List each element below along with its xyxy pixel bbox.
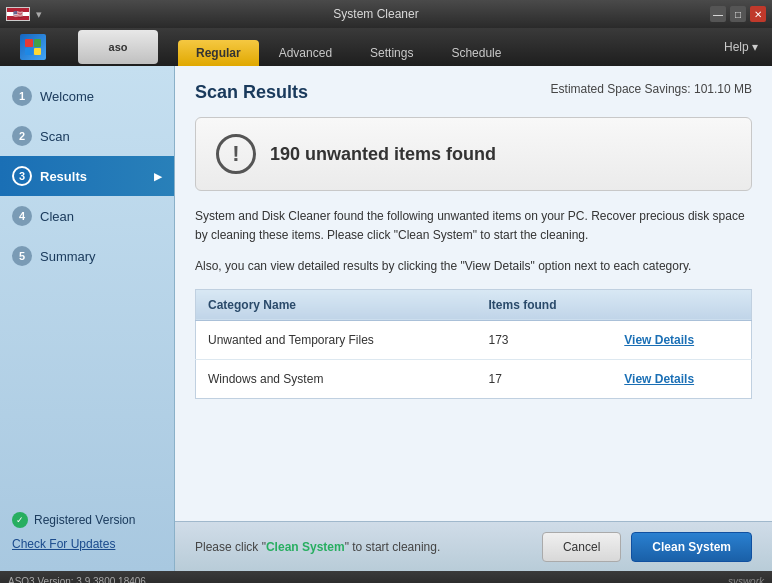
- clean-system-button[interactable]: Clean System: [631, 532, 752, 562]
- bottom-bar: Please click "Clean System" to start cle…: [175, 521, 772, 571]
- nav-tabs: Regular Advanced Settings Schedule: [168, 28, 529, 66]
- status-bar: ASO3 Version: 3.9.3800.18406 syswork: [0, 571, 772, 583]
- cancel-button[interactable]: Cancel: [542, 532, 621, 562]
- step-2-circle: 2: [12, 126, 32, 146]
- col-category: Category Name: [196, 289, 477, 320]
- space-savings-text: Estimated Space Savings: 101.10 MB: [551, 82, 752, 96]
- table-row: Windows and System 17 View Details: [196, 359, 752, 398]
- sidebar-welcome-label: Welcome: [40, 89, 94, 104]
- maximize-button[interactable]: □: [730, 6, 746, 22]
- menu-bar: aso Regular Advanced Settings Schedule H…: [0, 28, 772, 66]
- sidebar-scan-label: Scan: [40, 129, 70, 144]
- logo-icon: [20, 30, 78, 64]
- registered-label: Registered Version: [34, 513, 135, 527]
- items-count-2: 17: [476, 359, 612, 398]
- tab-regular[interactable]: Regular: [178, 40, 259, 66]
- view-details-link-2[interactable]: View Details: [624, 372, 694, 386]
- msg-suffix: " to start cleaning.: [345, 540, 441, 554]
- sidebar-arrow-icon: ▶: [154, 171, 162, 182]
- tab-advanced[interactable]: Advanced: [261, 40, 350, 66]
- language-flag-icon[interactable]: 🇺🇸: [6, 7, 30, 21]
- help-label: Help ▾: [724, 40, 758, 54]
- tab-settings[interactable]: Settings: [352, 40, 431, 66]
- bottom-buttons: Cancel Clean System: [542, 532, 752, 562]
- desc-line1: System and Disk Cleaner found the follow…: [195, 209, 745, 223]
- content-header: Scan Results Estimated Space Savings: 10…: [195, 82, 752, 103]
- desc-line3: Also, you can view detailed results by c…: [195, 257, 752, 276]
- description-text: System and Disk Cleaner found the follow…: [195, 207, 752, 245]
- brand-logo: syswork: [728, 576, 764, 584]
- items-count-1: 173: [476, 320, 612, 359]
- category-name-2: Windows and System: [196, 359, 477, 398]
- checkmark-icon: ✓: [12, 512, 28, 528]
- msg-prefix: Please click ": [195, 540, 266, 554]
- col-action: [612, 289, 751, 320]
- sidebar-clean-label: Clean: [40, 209, 74, 224]
- sidebar-item-scan[interactable]: 2 Scan: [0, 116, 174, 156]
- minimize-button[interactable]: —: [710, 6, 726, 22]
- sidebar-item-summary[interactable]: 5 Summary: [0, 236, 174, 276]
- sidebar-item-clean[interactable]: 4 Clean: [0, 196, 174, 236]
- window-controls: — □ ✕: [710, 6, 766, 22]
- version-text: ASO3 Version: 3.9.3800.18406: [8, 576, 146, 584]
- bottom-message: Please click "Clean System" to start cle…: [195, 540, 440, 554]
- sidebar-item-welcome[interactable]: 1 Welcome: [0, 76, 174, 116]
- sidebar-results-label: Results: [40, 169, 87, 184]
- content-wrapper: Scan Results Estimated Space Savings: 10…: [175, 66, 772, 571]
- step-5-circle: 5: [12, 246, 32, 266]
- title-bar: 🇺🇸 ▾ System Cleaner — □ ✕: [0, 0, 772, 28]
- check-updates-link[interactable]: Check For Updates: [12, 537, 115, 551]
- content-area: Scan Results Estimated Space Savings: 10…: [175, 66, 772, 521]
- warning-icon: !: [216, 134, 256, 174]
- tab-schedule[interactable]: Schedule: [433, 40, 519, 66]
- sidebar-bottom: ✓ Registered Version Check For Updates: [0, 502, 174, 561]
- col-items: Items found: [476, 289, 612, 320]
- main-layout: 1 Welcome 2 Scan 3 Results ▶ 4 Clean 5 S…: [0, 66, 772, 571]
- table-row: Unwanted and Temporary Files 173 View De…: [196, 320, 752, 359]
- msg-highlight: Clean System: [266, 540, 345, 554]
- title-bar-left: 🇺🇸 ▾: [6, 7, 42, 21]
- desc-line2: by cleaning these items. Please click "C…: [195, 228, 588, 242]
- category-name-1: Unwanted and Temporary Files: [196, 320, 477, 359]
- alert-box: ! 190 unwanted items found: [195, 117, 752, 191]
- view-details-link-1[interactable]: View Details: [624, 333, 694, 347]
- window-title: System Cleaner: [42, 7, 710, 21]
- sidebar-item-results[interactable]: 3 Results ▶: [0, 156, 174, 196]
- registered-badge: ✓ Registered Version: [12, 512, 162, 528]
- page-title: Scan Results: [195, 82, 308, 103]
- sidebar-summary-label: Summary: [40, 249, 96, 264]
- app-logo: aso: [10, 28, 168, 66]
- logo-text: aso: [78, 30, 158, 64]
- results-table: Category Name Items found Unwanted and T…: [195, 289, 752, 399]
- step-1-circle: 1: [12, 86, 32, 106]
- help-menu[interactable]: Help ▾: [724, 28, 772, 66]
- close-button[interactable]: ✕: [750, 6, 766, 22]
- step-3-circle: 3: [12, 166, 32, 186]
- alert-message: 190 unwanted items found: [270, 144, 496, 165]
- sidebar: 1 Welcome 2 Scan 3 Results ▶ 4 Clean 5 S…: [0, 66, 175, 571]
- step-4-circle: 4: [12, 206, 32, 226]
